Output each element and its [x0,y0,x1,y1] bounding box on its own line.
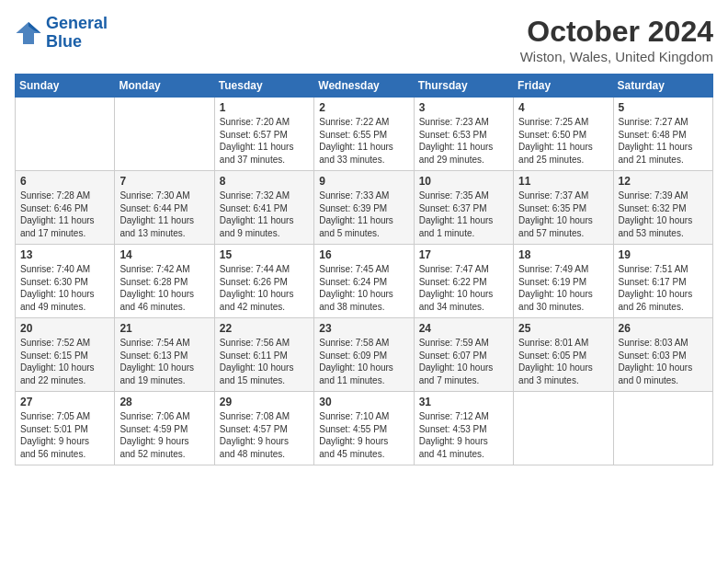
day-number: 2 [319,101,408,114]
day-info-line: Sunset: 6:13 PM [119,350,209,362]
day-number: 20 [20,322,109,335]
day-info-line: Sunrise: 7:22 AM [319,116,408,129]
calendar-cell [16,98,115,171]
calendar-week-5: 27Sunrise: 7:05 AMSunset: 5:01 PMDayligh… [16,392,713,465]
calendar-cell: 11Sunrise: 7:37 AMSunset: 6:35 PMDayligh… [514,171,613,245]
calendar-cell: 2Sunrise: 7:22 AMSunset: 6:55 PMDaylight… [314,98,414,171]
day-info-line: and 56 minutes. [20,448,109,461]
day-info-line: Sunset: 6:37 PM [419,202,508,215]
day-info-line: Sunset: 6:30 PM [20,276,109,289]
day-info-line: Sunset: 4:59 PM [119,423,209,436]
day-info-line: Sunrise: 7:27 AM [619,116,708,129]
day-info-line: Sunset: 6:22 PM [419,276,508,289]
day-info-line: Sunrise: 7:40 AM [20,263,109,276]
calendar-cell: 20Sunrise: 7:52 AMSunset: 6:15 PMDayligh… [16,318,115,392]
calendar-cell: 9Sunrise: 7:33 AMSunset: 6:39 PMDaylight… [314,171,414,245]
day-info-line: Daylight: 10 hours [20,288,109,301]
day-info-line: Sunrise: 7:33 AM [319,190,408,202]
header-day-sunday: Sunday [16,75,115,98]
calendar-cell [115,98,214,171]
day-info-line: and 29 minutes. [419,154,508,167]
day-info-line: Sunset: 6:26 PM [220,276,309,289]
title-block: October 2024 Wiston, Wales, United Kingd… [520,15,713,64]
day-info-line: Daylight: 10 hours [419,362,508,374]
day-info-line: Daylight: 10 hours [619,214,708,227]
calendar-cell: 30Sunrise: 7:10 AMSunset: 4:55 PMDayligh… [314,392,414,465]
day-info-line: and 33 minutes. [319,154,408,167]
calendar-cell: 24Sunrise: 7:59 AMSunset: 6:07 PMDayligh… [414,318,513,392]
calendar-week-2: 6Sunrise: 7:28 AMSunset: 6:46 PMDaylight… [16,171,713,245]
day-number: 18 [518,248,608,261]
day-number: 26 [619,322,708,335]
day-info-line: Sunset: 6:09 PM [319,350,408,362]
day-info-line: and 52 minutes. [119,448,209,461]
day-info-line: Daylight: 10 hours [220,288,309,301]
day-info-line: Daylight: 11 hours [220,141,309,154]
day-info-line: and 53 minutes. [619,227,708,240]
day-info-line: Sunrise: 8:01 AM [518,337,608,350]
day-info-line: Sunset: 6:17 PM [619,276,708,289]
day-info-line: and 46 minutes. [119,301,209,314]
day-number: 3 [419,101,508,114]
day-info-line: Sunset: 6:15 PM [20,350,109,362]
day-info-line: Sunset: 6:46 PM [20,202,109,215]
day-info-line: Sunrise: 7:39 AM [619,190,708,202]
header-day-tuesday: Tuesday [214,75,313,98]
day-info-line: and 13 minutes. [119,227,209,240]
day-info-line: Daylight: 10 hours [518,214,608,227]
day-info-line: Sunset: 6:19 PM [518,276,608,289]
calendar-cell: 21Sunrise: 7:54 AMSunset: 6:13 PMDayligh… [115,318,214,392]
day-info-line: Sunrise: 7:52 AM [20,337,109,350]
day-info-line: and 41 minutes. [419,448,508,461]
calendar-cell: 7Sunrise: 7:30 AMSunset: 6:44 PMDaylight… [115,171,214,245]
day-info-line: Sunset: 6:53 PM [419,129,508,142]
day-info-line: Daylight: 10 hours [20,362,109,374]
day-info-line: and 57 minutes. [518,227,608,240]
calendar-cell: 13Sunrise: 7:40 AMSunset: 6:30 PMDayligh… [16,245,115,318]
day-info-line: Sunrise: 7:45 AM [319,263,408,276]
day-info-line: Sunrise: 7:56 AM [220,337,309,350]
header-day-wednesday: Wednesday [314,75,414,98]
day-number: 25 [518,322,608,335]
day-info-line: Sunset: 6:03 PM [619,350,708,362]
header-day-saturday: Saturday [613,75,712,98]
calendar-cell: 8Sunrise: 7:32 AMSunset: 6:41 PMDaylight… [214,171,313,245]
day-info-line: Daylight: 9 hours [220,435,309,448]
day-info-line: Sunset: 6:28 PM [119,276,209,289]
day-info-line: Sunrise: 7:58 AM [319,337,408,350]
day-info-line: Sunset: 6:32 PM [619,202,708,215]
calendar-cell: 31Sunrise: 7:12 AMSunset: 4:53 PMDayligh… [414,392,513,465]
day-info-line: Daylight: 11 hours [419,214,508,227]
calendar-cell: 16Sunrise: 7:45 AMSunset: 6:24 PMDayligh… [314,245,414,318]
day-info-line: Daylight: 10 hours [518,362,608,374]
day-number: 19 [619,248,708,261]
day-info-line: Sunrise: 7:51 AM [619,263,708,276]
logo-text-line2: Blue [46,33,108,52]
day-info-line: Sunrise: 7:32 AM [220,190,309,202]
day-info-line: and 37 minutes. [220,154,309,167]
day-info-line: Daylight: 10 hours [619,288,708,301]
day-info-line: and 1 minute. [419,227,508,240]
day-info-line: Sunrise: 7:25 AM [518,116,608,129]
day-info-line: Sunrise: 7:12 AM [419,410,508,423]
day-info-line: and 11 minutes. [319,374,408,387]
calendar-cell: 29Sunrise: 7:08 AMSunset: 4:57 PMDayligh… [214,392,313,465]
calendar-cell: 12Sunrise: 7:39 AMSunset: 6:32 PMDayligh… [613,171,712,245]
day-info-line: Sunrise: 7:05 AM [20,410,109,423]
day-number: 14 [119,248,209,261]
day-info-line: and 5 minutes. [319,227,408,240]
day-info-line: and 42 minutes. [220,301,309,314]
calendar-cell: 1Sunrise: 7:20 AMSunset: 6:57 PMDaylight… [214,98,313,171]
day-info-line: Sunset: 6:55 PM [319,129,408,142]
day-info-line: Daylight: 11 hours [619,141,708,154]
calendar-cell: 17Sunrise: 7:47 AMSunset: 6:22 PMDayligh… [414,245,513,318]
day-number: 22 [220,322,309,335]
day-info-line: Sunrise: 7:59 AM [419,337,508,350]
day-info-line: Sunset: 6:44 PM [119,202,209,215]
day-info-line: and 17 minutes. [20,227,109,240]
day-info-line: Sunrise: 7:06 AM [119,410,209,423]
header-day-friday: Friday [514,75,613,98]
day-info-line: Daylight: 10 hours [619,362,708,374]
day-info-line: Sunrise: 7:47 AM [419,263,508,276]
day-info-line: Daylight: 10 hours [119,288,209,301]
